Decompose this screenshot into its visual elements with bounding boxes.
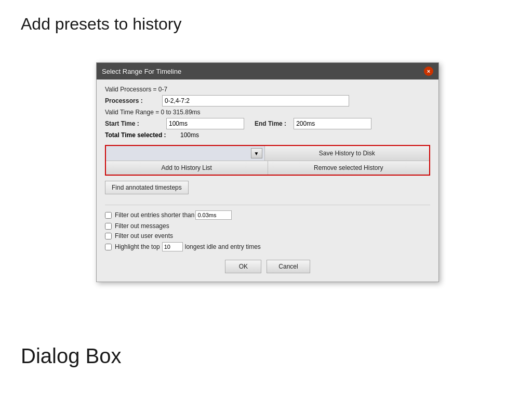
filter-highlight-checkbox[interactable]: [105, 244, 112, 250]
bottom-label: Dialog Box: [21, 344, 121, 368]
filter-user-events-label: Filter out user events: [115, 232, 173, 240]
filter-shorter-row: Filter out entries shorter than: [105, 210, 430, 220]
start-time-input[interactable]: [166, 118, 244, 129]
filter-messages-label: Filter out messages: [115, 222, 169, 230]
filter-shorter-prefix: Filter out entries shorter than: [115, 211, 194, 219]
find-annotated-button[interactable]: Find annotated timesteps: [105, 181, 189, 194]
filter-messages-checkbox[interactable]: [105, 223, 112, 230]
filter-user-events-row: Filter out user events: [105, 232, 430, 240]
dialog-titlebar: Select Range For Timeline ×: [97, 63, 438, 79]
filter-shorter-checkbox[interactable]: [105, 212, 112, 219]
divider: [105, 205, 430, 205]
save-history-button[interactable]: Save History to Disk: [265, 146, 430, 161]
filter-section: Filter out entries shorter than Filter o…: [105, 210, 430, 251]
processors-label: Processors :: [105, 97, 162, 104]
end-time-label: End Time :: [255, 120, 286, 127]
total-time-value: 100ms: [180, 131, 199, 139]
ok-button[interactable]: OK: [225, 260, 261, 273]
valid-processors-row: Valid Processors = 0-7: [105, 86, 430, 93]
page-title: Add presets to history: [21, 15, 181, 34]
remove-history-button[interactable]: Remove selected History: [268, 161, 430, 175]
history-bottom-row: Add to History List Remove selected Hist…: [106, 161, 429, 175]
filter-highlight-suffix: longest idle and entry times: [185, 243, 261, 250]
total-time-row: Total Time selected : 100ms: [105, 131, 430, 139]
add-history-button[interactable]: Add to History List: [106, 161, 268, 175]
dialog-buttons: OK Cancel: [105, 260, 430, 273]
cancel-button[interactable]: Cancel: [267, 260, 310, 273]
filter-highlight-input[interactable]: [162, 242, 183, 251]
filter-shorter-input[interactable]: [195, 210, 232, 220]
filter-user-events-checkbox[interactable]: [105, 233, 112, 240]
dialog-body: Valid Processors = 0-7 Processors : Vali…: [97, 79, 438, 282]
history-top-row: ▼ Save History to Disk: [106, 146, 429, 161]
filter-highlight-prefix: Highlight the top: [115, 243, 160, 250]
dialog-close-button[interactable]: ×: [424, 66, 433, 76]
valid-time-row: Valid Time Range = 0 to 315.89ms: [105, 109, 430, 116]
history-section: ▼ Save History to Disk Add to History Li…: [105, 145, 430, 176]
history-dropdown-button[interactable]: ▼: [251, 148, 262, 158]
valid-processors-text: Valid Processors = 0-7: [105, 86, 167, 93]
filter-messages-row: Filter out messages: [105, 222, 430, 230]
start-time-label: Start Time :: [105, 120, 162, 127]
total-time-label: Total Time selected :: [105, 131, 180, 139]
end-time-input[interactable]: [294, 118, 371, 129]
dialog-title: Select Range For Timeline: [102, 68, 181, 75]
history-dropdown-area: ▼: [106, 146, 265, 161]
processors-input[interactable]: [162, 95, 349, 107]
dialog: Select Range For Timeline × Valid Proces…: [96, 62, 439, 282]
filter-highlight-row: Highlight the top longest idle and entry…: [105, 242, 430, 251]
valid-time-text: Valid Time Range = 0 to 315.89ms: [105, 109, 201, 116]
processors-row: Processors :: [105, 95, 430, 107]
time-row: Start Time : End Time :: [105, 118, 430, 129]
